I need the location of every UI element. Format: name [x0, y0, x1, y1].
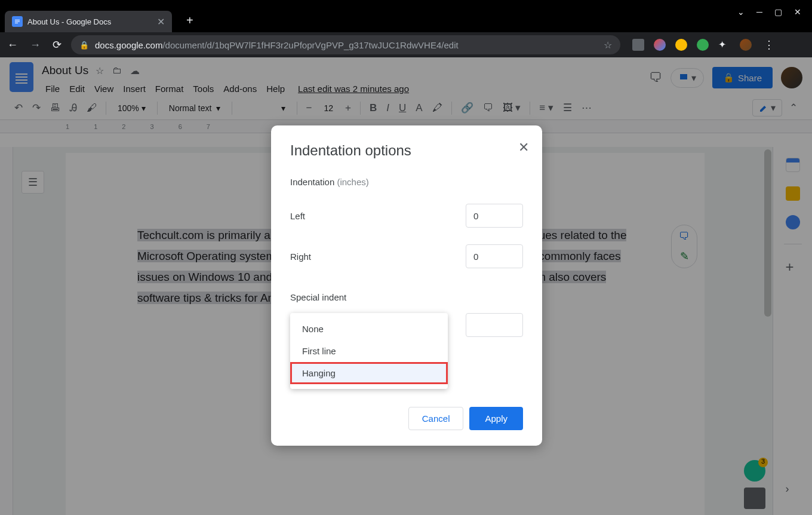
close-window-button[interactable]: ✕ — [794, 7, 801, 17]
apply-button[interactable]: Apply — [469, 407, 523, 430]
close-tab-icon[interactable]: ✕ — [157, 16, 165, 27]
address-bar[interactable]: 🔒 docs.google.com/document/d/1bqPW7lF1fH… — [71, 35, 620, 54]
indentation-section-label: Indentation (inches) — [290, 177, 523, 187]
indentation-options-dialog: Indentation options ✕ Indentation (inche… — [271, 125, 542, 446]
cancel-button[interactable]: Cancel — [408, 407, 464, 430]
option-hanging[interactable]: Hanging — [290, 362, 448, 384]
extension-icon-2[interactable] — [675, 39, 687, 51]
extension-icon-1[interactable] — [654, 39, 666, 51]
dropdown-caret[interactable]: ⌄ — [737, 7, 745, 17]
special-indent-label: Special indent — [290, 292, 523, 302]
extension-icon-3[interactable] — [697, 39, 709, 51]
option-first-line[interactable]: First line — [290, 340, 448, 362]
right-indent-input[interactable] — [466, 244, 523, 268]
browser-menu-icon[interactable]: ⋮ — [764, 38, 774, 51]
reader-mode-icon[interactable] — [632, 39, 644, 51]
maximize-button[interactable]: ▢ — [774, 7, 782, 17]
left-indent-label: Left — [290, 211, 305, 221]
left-indent-input[interactable] — [466, 204, 523, 228]
right-indent-label: Right — [290, 252, 311, 262]
url-text: docs.google.com/document/d/1bqPW7lF1fHF3… — [95, 40, 459, 50]
bookmark-star-icon[interactable]: ☆ — [604, 39, 612, 51]
lock-icon: 🔒 — [79, 41, 89, 50]
tab-title: About Us - Google Docs — [27, 17, 152, 26]
back-button[interactable]: ← — [5, 36, 20, 54]
new-tab-button[interactable]: + — [182, 9, 198, 32]
browser-tab[interactable]: About Us - Google Docs ✕ — [5, 11, 172, 32]
svg-rect-1 — [15, 22, 20, 22]
window-controls: ⌄ ─ ▢ ✕ — [727, 0, 812, 24]
svg-rect-2 — [15, 23, 18, 23]
close-icon[interactable]: ✕ — [518, 140, 529, 155]
nav-bar: ← → ⟳ 🔒 docs.google.com/document/d/1bqPW… — [0, 32, 812, 57]
extensions: ✦ — [632, 39, 752, 51]
special-indent-value-input[interactable] — [466, 313, 523, 337]
docs-favicon-icon — [12, 16, 23, 27]
profile-avatar-icon[interactable] — [740, 39, 752, 51]
minimize-button[interactable]: ─ — [756, 7, 762, 17]
svg-rect-0 — [15, 20, 20, 20]
option-none[interactable]: None — [290, 318, 448, 340]
extensions-puzzle-icon[interactable]: ✦ — [718, 39, 730, 51]
special-indent-dropdown: None First line Hanging — [290, 313, 448, 389]
dialog-title: Indentation options — [290, 142, 523, 159]
forward-button[interactable]: → — [27, 36, 43, 54]
reload-button[interactable]: ⟳ — [50, 36, 64, 54]
tab-strip: About Us - Google Docs ✕ + — [0, 6, 812, 32]
